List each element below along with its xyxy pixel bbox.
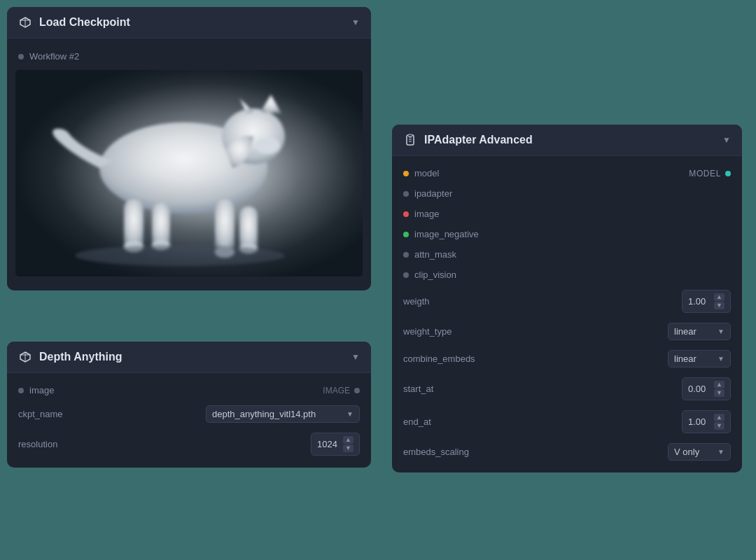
image-field-label-ip: image [403, 209, 439, 219]
depth-anything-collapse[interactable]: ▼ [351, 352, 360, 362]
end-at-label: end_at [403, 416, 431, 427]
resolution-field-label: resolution [18, 439, 57, 449]
end-at-control[interactable]: 1.00 ▲ ▼ [682, 410, 731, 433]
svg-rect-26 [408, 134, 412, 136]
ipadapter-title: IPAdapter Advanced [424, 134, 533, 146]
ipadapter-header: IPAdapter Advanced ▼ [392, 125, 742, 156]
resolution-control[interactable]: 1024 ▲ ▼ [311, 433, 360, 456]
ipadapter-field-row: ipadapter [392, 183, 742, 204]
model-dot [403, 171, 409, 176]
clip-dot [403, 272, 409, 278]
attn-dot [403, 252, 409, 258]
image-negative-row: image_negative [392, 224, 742, 244]
model-field-row: model MODEL [392, 163, 742, 183]
depth-anything-title: Depth Anything [39, 351, 122, 363]
svg-rect-18 [15, 70, 363, 276]
ckpt-field-row: ckpt_name depth_anything_vitl14.pth ▼ [7, 400, 371, 428]
model-field-label: model [403, 168, 439, 178]
ipadapter-body: model MODEL ipadapter image [392, 156, 742, 472]
workflow-dot [18, 54, 24, 59]
load-checkpoint-body: Workflow #2 [7, 38, 371, 290]
weight-spinner[interactable]: ▲ ▼ [714, 293, 724, 309]
weight-type-label: weight_type [403, 326, 451, 337]
weight-type-chevron: ▼ [718, 328, 724, 335]
combine-embeds-row: combine_embeds linear ▼ [392, 345, 742, 372]
start-at-up[interactable]: ▲ [714, 381, 724, 388]
resolution-field-row: resolution 1024 ▲ ▼ [7, 428, 371, 461]
load-checkpoint-title: Load Checkpoint [39, 16, 130, 29]
image-negative-dot [403, 232, 409, 237]
combine-embeds-label: combine_embeds [403, 354, 475, 364]
combine-embeds-chevron: ▼ [718, 355, 724, 363]
ipadapter-field-label: ipadapter [403, 188, 452, 199]
ipadapter-collapse[interactable]: ▼ [722, 135, 731, 145]
resolution-up[interactable]: ▲ [343, 436, 354, 444]
ipadapter-card: IPAdapter Advanced ▼ model MODEL ipadapt… [392, 125, 742, 472]
image-dot [18, 388, 24, 393]
embeds-scaling-select[interactable]: V only ▼ [668, 443, 731, 461]
weight-type-row: weight_type linear ▼ [392, 318, 742, 345]
depth-anything-header: Depth Anything ▼ [7, 342, 371, 373]
image-preview [15, 70, 363, 276]
weight-type-select[interactable]: linear ▼ [668, 323, 731, 340]
ckpt-field-label: ckpt_name [18, 409, 63, 419]
resolution-down[interactable]: ▼ [343, 444, 354, 452]
model-right-dot [725, 171, 731, 176]
weight-row: weigth 1.00 ▲ ▼ [392, 285, 742, 318]
image-dot-ip [403, 211, 409, 217]
depth-anything-card: Depth Anything ▼ image IMAGE ckpt_name d… [7, 342, 371, 468]
ckpt-select[interactable]: depth_anything_vitl14.pth ▼ [206, 405, 360, 423]
image-right-dot [354, 388, 360, 393]
header-left: Depth Anything [18, 350, 122, 364]
start-at-label: start_at [403, 384, 433, 394]
start-at-spinner[interactable]: ▲ ▼ [714, 381, 724, 397]
image-field-row: image IMAGE [7, 380, 371, 400]
load-checkpoint-collapse[interactable]: ▼ [351, 18, 360, 27]
image-negative-label: image_negative [403, 229, 479, 239]
weight-control[interactable]: 1.00 ▲ ▼ [682, 290, 731, 313]
clip-vision-label: clip_vision [403, 270, 456, 280]
combine-embeds-select[interactable]: linear ▼ [668, 350, 731, 368]
depth-anything-body: image IMAGE ckpt_name depth_anything_vit… [7, 373, 371, 468]
start-at-down[interactable]: ▼ [714, 389, 724, 397]
resolution-spinner[interactable]: ▲ ▼ [343, 436, 354, 452]
end-at-down[interactable]: ▼ [714, 422, 724, 430]
model-field-right: MODEL [689, 169, 731, 178]
embeds-scaling-row: embeds_scaling V only ▼ [392, 438, 742, 465]
weight-down[interactable]: ▼ [714, 302, 724, 309]
clip-vision-row: clip_vision [392, 265, 742, 285]
weight-label: weigth [403, 296, 430, 307]
image-field-row-ip: image [392, 204, 742, 224]
ipadapter-dot [403, 191, 409, 197]
workflow-label: Workflow #2 [7, 46, 371, 67]
load-checkpoint-header: Load Checkpoint ▼ [7, 7, 371, 38]
start-at-row: start_at 0.00 ▲ ▼ [392, 372, 742, 405]
cube-icon-2 [18, 350, 32, 364]
load-checkpoint-card: Load Checkpoint ▼ Workflow #2 [7, 7, 371, 290]
embeds-scaling-chevron: ▼ [718, 448, 724, 456]
clip-icon [403, 133, 417, 147]
header-left: IPAdapter Advanced [403, 133, 533, 147]
leopard-svg [15, 70, 363, 276]
depth-image [15, 70, 363, 276]
end-at-up[interactable]: ▲ [714, 414, 724, 421]
weight-up[interactable]: ▲ [714, 293, 724, 301]
start-at-control[interactable]: 0.00 ▲ ▼ [682, 377, 731, 400]
cube-icon [18, 15, 32, 29]
image-field-right: IMAGE [323, 386, 360, 396]
ckpt-chevron-icon: ▼ [346, 410, 354, 418]
image-field-label: image [18, 385, 54, 396]
embeds-scaling-label: embeds_scaling [403, 447, 469, 457]
end-at-spinner[interactable]: ▲ ▼ [714, 414, 724, 430]
end-at-row: end_at 1.00 ▲ ▼ [392, 405, 742, 438]
attn-mask-label: attn_mask [403, 249, 456, 260]
attn-mask-row: attn_mask [392, 244, 742, 265]
header-left: Load Checkpoint [18, 15, 130, 29]
